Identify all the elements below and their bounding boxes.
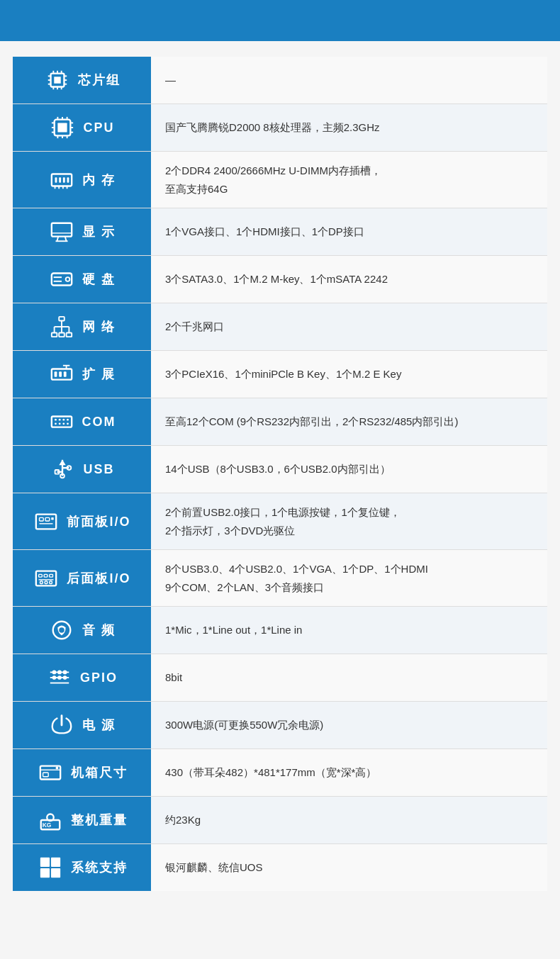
value-cell-usb: 14个USB（8个USB3.0，6个USB2.0内部引出）	[151, 446, 547, 493]
svg-rect-32	[67, 177, 69, 183]
label-cell-audio: 音 频	[13, 607, 151, 654]
front-io-icon	[33, 508, 60, 535]
svg-rect-57	[59, 371, 62, 377]
label-text-front-io: 前面板I/O	[67, 513, 130, 530]
network-icon	[48, 313, 75, 340]
table-row: 内 存2个DDR4 2400/2666MHz U-DIMM内存插槽，至高支持64…	[13, 152, 547, 208]
svg-rect-77	[36, 514, 56, 529]
label-text-usb: USB	[83, 462, 114, 477]
label-cell-os: 系统支持	[13, 844, 151, 892]
label-cell-display: 显 示	[13, 208, 151, 256]
label-text-memory: 内 存	[82, 172, 116, 189]
label-text-chipset: 芯片组	[78, 72, 121, 89]
svg-marker-71	[60, 460, 66, 466]
os-icon	[37, 854, 64, 881]
svg-rect-15	[58, 123, 67, 132]
label-text-network: 网 络	[82, 318, 116, 335]
table-row: KG整机重量约23Kg	[13, 797, 547, 844]
value-cell-chassis: 430（带耳朵482）*481*177mm（宽*深*高）	[151, 749, 547, 797]
svg-point-96	[52, 671, 57, 675]
label-cell-hdd: 硬 盘	[13, 256, 151, 303]
svg-rect-47	[52, 333, 57, 337]
svg-rect-29	[55, 177, 57, 183]
table-row: 音 频1*Mic，1*Line out，1*Line in	[13, 607, 547, 654]
svg-rect-30	[59, 177, 61, 183]
svg-rect-105	[43, 773, 48, 777]
svg-point-65	[67, 419, 69, 421]
svg-point-43	[66, 277, 70, 281]
svg-rect-86	[50, 574, 53, 577]
value-cell-memory: 2个DDR4 2400/2666MHz U-DIMM内存插槽，至高支持64G	[151, 152, 547, 208]
table-row: COM至高12个COM (9个RS232内部引出，2个RS232/485内部引出…	[13, 398, 547, 446]
header	[0, 0, 560, 41]
label-text-os: 系统支持	[71, 859, 128, 876]
value-cell-expansion: 3个PCIeX16、1个miniPCle B Key、1个M.2 E Key	[151, 351, 547, 398]
value-cell-gpio: 8bit	[151, 654, 547, 702]
value-cell-weight: 约23Kg	[151, 797, 547, 844]
table-row: 扩 展3个PCIeX16、1个miniPCle B Key、1个M.2 E Ke…	[13, 351, 547, 398]
label-text-gpio: GPIO	[80, 671, 118, 685]
chassis-icon	[37, 759, 64, 786]
svg-rect-31	[63, 177, 65, 183]
svg-rect-58	[64, 371, 67, 377]
svg-point-67	[58, 422, 60, 425]
weight-icon: KG	[37, 807, 64, 834]
svg-point-101	[63, 675, 67, 680]
label-cell-expansion: 扩 展	[13, 351, 151, 398]
label-cell-usb: USB	[13, 446, 151, 493]
svg-point-62	[55, 419, 57, 421]
power-icon	[48, 712, 75, 739]
value-cell-hdd: 3个SATA3.0、1个M.2 M-key、1个mSATA 2242	[151, 256, 547, 303]
table-row: 显 示1个VGA接口、1个HDMI接口、1个DP接口	[13, 208, 547, 256]
label-cell-power: 电 源	[13, 702, 151, 749]
label-cell-front-io: 前面板I/O	[13, 493, 151, 550]
value-cell-network: 2个千兆网口	[151, 303, 547, 351]
label-text-cpu: CPU	[83, 120, 114, 135]
label-text-power: 电 源	[82, 717, 116, 734]
hdd-icon	[48, 266, 75, 293]
svg-point-97	[57, 671, 62, 675]
value-cell-chipset: —	[151, 57, 547, 104]
table-row: 芯片组—	[13, 57, 547, 104]
svg-point-98	[63, 671, 67, 675]
table-row: USB14个USB（8个USB3.0，6个USB2.0内部引出）	[13, 446, 547, 493]
svg-rect-49	[67, 333, 72, 337]
label-text-rear-io: 后面板I/O	[67, 570, 130, 587]
label-cell-chipset: 芯片组	[13, 57, 151, 104]
svg-point-69	[67, 422, 69, 425]
svg-point-88	[40, 581, 43, 583]
label-cell-chassis: 机箱尺寸	[13, 749, 151, 797]
svg-point-63	[58, 419, 60, 421]
label-text-hdd: 硬 盘	[82, 271, 116, 288]
svg-rect-56	[55, 371, 57, 377]
svg-point-76	[61, 474, 65, 478]
table-row: 机箱尺寸430（带耳朵482）*481*177mm（宽*深*高）	[13, 749, 547, 797]
expansion-icon	[48, 361, 75, 388]
svg-rect-85	[45, 574, 48, 577]
label-cell-cpu: CPU	[13, 104, 151, 152]
audio-icon	[48, 617, 75, 644]
svg-rect-37	[52, 223, 72, 237]
svg-rect-78	[40, 517, 44, 521]
svg-point-104	[55, 767, 58, 770]
value-cell-power: 300W电源(可更换550W冗余电源)	[151, 702, 547, 749]
svg-rect-110	[50, 858, 60, 867]
svg-rect-111	[40, 868, 49, 877]
rear-io-icon	[33, 565, 60, 592]
table-row: 后面板I/O8个USB3.0、4个USB2.0、1个VGA、1个DP、1个HDM…	[13, 550, 547, 607]
value-cell-audio: 1*Mic，1*Line out，1*Line in	[151, 607, 547, 654]
label-text-weight: 整机重量	[71, 812, 128, 829]
value-cell-com: 至高12个COM (9个RS232内部引出，2个RS232/485内部引出)	[151, 398, 547, 446]
svg-rect-79	[46, 517, 50, 521]
svg-point-92	[59, 627, 65, 633]
gpio-icon	[46, 664, 73, 691]
label-text-audio: 音 频	[82, 622, 116, 639]
svg-rect-48	[59, 333, 65, 337]
table-row: 前面板I/O2个前置USB2.0接口，1个电源按键，1个复位键，2个指示灯，3个…	[13, 493, 547, 550]
label-cell-weight: KG整机重量	[13, 797, 151, 844]
svg-rect-61	[51, 416, 71, 427]
svg-rect-46	[59, 317, 65, 321]
svg-rect-75	[55, 470, 60, 474]
value-cell-display: 1个VGA接口、1个HDMI接口、1个DP接口	[151, 208, 547, 256]
svg-point-90	[50, 581, 52, 583]
